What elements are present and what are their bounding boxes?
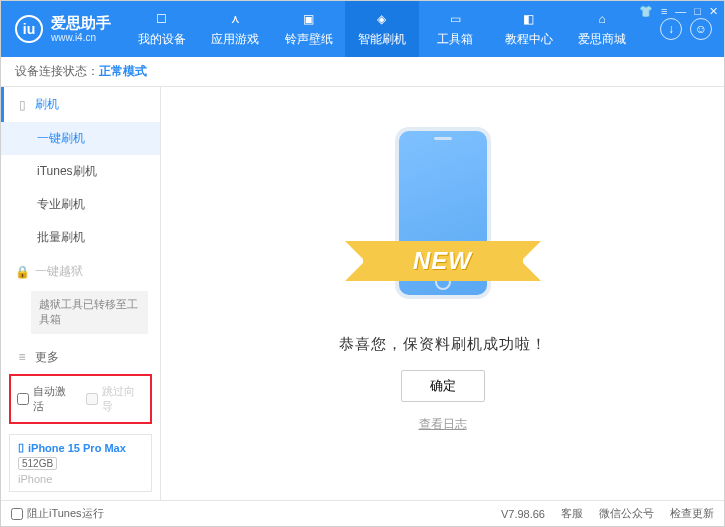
minimize-icon[interactable]: — — [675, 5, 686, 17]
close-icon[interactable]: ✕ — [709, 5, 718, 18]
wechat-link[interactable]: 微信公众号 — [599, 506, 654, 521]
menu-icon[interactable]: ≡ — [661, 5, 667, 17]
nav-store[interactable]: ⌂爱思商城 — [566, 1, 639, 57]
nav-toolbox[interactable]: ▭工具箱 — [419, 1, 492, 57]
sidebar-item-pro[interactable]: 专业刷机 — [1, 188, 160, 221]
status-bar: 设备连接状态： 正常模式 — [1, 57, 724, 87]
store-icon: ⌂ — [593, 10, 611, 28]
window-controls: 👕 ≡ — □ ✕ — [639, 1, 724, 18]
section-more[interactable]: ≡ 更多 — [1, 340, 160, 370]
user-button[interactable]: ☺ — [690, 18, 712, 40]
new-ribbon: NEW — [363, 241, 523, 281]
sidebar-item-itunes[interactable]: iTunes刷机 — [1, 155, 160, 188]
toolbox-icon: ▭ — [446, 10, 464, 28]
maximize-icon[interactable]: □ — [694, 5, 701, 17]
status-label: 设备连接状态： — [15, 63, 99, 80]
nav-ring[interactable]: ▣铃声壁纸 — [272, 1, 345, 57]
version-label: V7.98.66 — [501, 508, 545, 520]
nav-my-device[interactable]: ☐我的设备 — [125, 1, 198, 57]
device-type: iPhone — [18, 473, 143, 485]
sidebar-item-batch[interactable]: 批量刷机 — [1, 221, 160, 254]
nav-flash[interactable]: ◈智能刷机 — [345, 1, 418, 57]
lock-icon: 🔒 — [15, 265, 29, 279]
update-link[interactable]: 检查更新 — [670, 506, 714, 521]
success-message: 恭喜您，保资料刷机成功啦！ — [339, 335, 547, 354]
device-info: ▯iPhone 15 Pro Max 512GB iPhone — [9, 434, 152, 492]
service-link[interactable]: 客服 — [561, 506, 583, 521]
main-content: ✦ ✧ NEW 恭喜您，保资料刷机成功啦！ 确定 查看日志 — [161, 87, 724, 500]
status-value: 正常模式 — [99, 63, 147, 80]
nav-apps[interactable]: ⋏应用游戏 — [198, 1, 271, 57]
download-button[interactable]: ↓ — [660, 18, 682, 40]
more-icon: ≡ — [15, 350, 29, 364]
app-header: iu 爱思助手 www.i4.cn ☐我的设备 ⋏应用游戏 ▣铃声壁纸 ◈智能刷… — [1, 1, 724, 57]
logo-area: iu 爱思助手 www.i4.cn — [1, 1, 125, 57]
view-log-link[interactable]: 查看日志 — [419, 416, 467, 433]
nav-tutorial[interactable]: ◧教程中心 — [492, 1, 565, 57]
sidebar-item-oneclick[interactable]: 一键刷机 — [1, 122, 160, 155]
tshirt-icon[interactable]: 👕 — [639, 5, 653, 18]
footer: 阻止iTunes运行 V7.98.66 客服 微信公众号 检查更新 — [1, 500, 724, 526]
checkbox-block-itunes[interactable]: 阻止iTunes运行 — [11, 506, 104, 521]
device-name: ▯iPhone 15 Pro Max — [18, 441, 143, 454]
app-name: 爱思助手 — [51, 15, 111, 32]
section-jailbreak[interactable]: 🔒 一键越狱 — [1, 254, 160, 289]
apps-icon: ⋏ — [226, 10, 244, 28]
section-flash[interactable]: ▯ 刷机 — [1, 87, 160, 122]
sidebar: ▯ 刷机 一键刷机 iTunes刷机 专业刷机 批量刷机 🔒 一键越狱 越狱工具… — [1, 87, 161, 500]
phone-icon: ▯ — [15, 98, 29, 112]
device-icon: ☐ — [153, 10, 171, 28]
jailbreak-tip: 越狱工具已转移至工具箱 — [31, 291, 148, 334]
phone-small-icon: ▯ — [18, 441, 24, 454]
ok-button[interactable]: 确定 — [401, 370, 485, 402]
tutorial-icon: ◧ — [520, 10, 538, 28]
app-url: www.i4.cn — [51, 32, 111, 43]
options-highlight: 自动激活 跳过向导 — [9, 374, 152, 424]
success-illustration: ✦ ✧ NEW — [368, 127, 518, 317]
device-storage: 512GB — [18, 457, 57, 470]
logo-icon: iu — [15, 15, 43, 43]
main-nav: ☐我的设备 ⋏应用游戏 ▣铃声壁纸 ◈智能刷机 ▭工具箱 ◧教程中心 ⌂爱思商城 — [125, 1, 639, 57]
checkbox-auto-activate[interactable]: 自动激活 — [17, 384, 76, 414]
checkbox-skip-guide[interactable]: 跳过向导 — [86, 384, 145, 414]
flash-icon: ◈ — [373, 10, 391, 28]
ring-icon: ▣ — [300, 10, 318, 28]
